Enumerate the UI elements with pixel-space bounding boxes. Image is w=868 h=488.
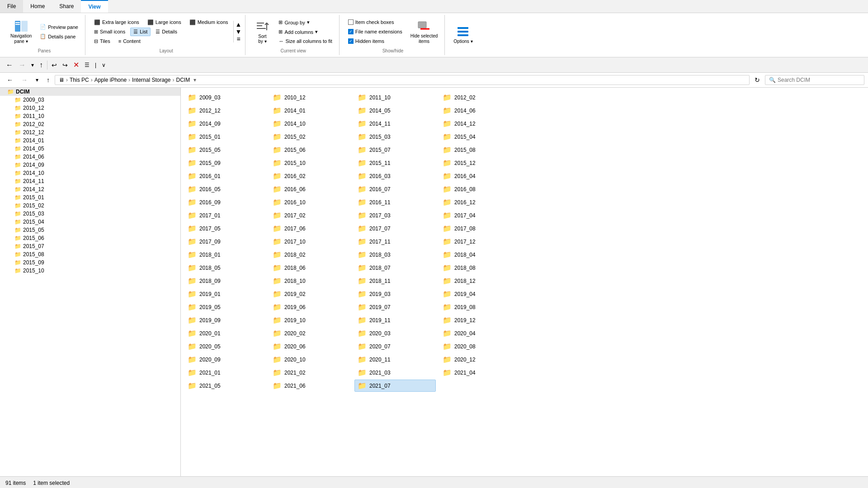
folder-item[interactable]: 📁2015_09	[184, 157, 266, 169]
layout-scroll-up[interactable]: ▲	[236, 21, 242, 28]
folder-item[interactable]: 📁2018_05	[184, 262, 266, 274]
folder-item[interactable]: 📁2019_04	[439, 288, 521, 300]
folder-item[interactable]: 📁2020_08	[439, 340, 521, 352]
folder-item[interactable]: 📁2015_12	[439, 157, 521, 169]
tab-share[interactable]: Share	[52, 0, 81, 13]
folder-item[interactable]: 📁2017_07	[354, 222, 436, 235]
folder-item[interactable]: 📁2014_01	[269, 104, 351, 117]
address-dropdown-btn[interactable]: ▾	[33, 75, 42, 85]
address-back-btn[interactable]: ←	[4, 75, 16, 85]
refresh-btn[interactable]: ↻	[751, 75, 763, 85]
tab-home[interactable]: Home	[23, 0, 52, 13]
folder-item[interactable]: 📁2016_09	[184, 196, 266, 208]
details-pane-btn[interactable]: 📋 Details pane	[37, 32, 81, 41]
group-by-btn[interactable]: ⊞ Group by ▾	[275, 18, 335, 27]
tiles-btn[interactable]: ⊟ Tiles	[91, 37, 113, 46]
breadcrumb-dcim[interactable]: DCIM	[176, 77, 190, 83]
folder-item[interactable]: 📁2015_08	[439, 144, 521, 156]
folder-item[interactable]: 📁2015_10	[269, 157, 351, 169]
folder-item[interactable]: 📁2018_12	[439, 275, 521, 287]
folder-item[interactable]: 📁2018_09	[184, 275, 266, 287]
sidebar-item[interactable]: 📁2015_07	[0, 242, 180, 250]
folder-item[interactable]: 📁2012_12	[184, 104, 266, 117]
folder-item[interactable]: 📁2018_06	[269, 262, 351, 274]
folder-item[interactable]: 📁2021_06	[269, 380, 351, 392]
layout-scroll-down[interactable]: ▼	[236, 28, 242, 35]
folder-item[interactable]: 📁2016_12	[439, 196, 521, 208]
forward-btn[interactable]: →	[16, 60, 28, 70]
folder-item[interactable]: 📁2017_01	[184, 209, 266, 221]
folder-item[interactable]: 📁2014_11	[354, 117, 436, 130]
breadcrumb-thispc[interactable]: This PC	[70, 77, 89, 83]
properties-btn[interactable]: ☰	[82, 61, 92, 70]
folder-item[interactable]: 📁2020_11	[354, 353, 436, 366]
tab-view[interactable]: View	[81, 0, 108, 13]
new-folder-btn[interactable]: |	[93, 61, 99, 70]
folder-item[interactable]: 📁2019_10	[269, 314, 351, 326]
folder-item[interactable]: 📁2016_07	[354, 183, 436, 195]
folder-item[interactable]: 📁2014_10	[269, 117, 351, 130]
folder-item[interactable]: 📁2018_07	[354, 262, 436, 274]
sidebar-item[interactable]: 📁2014_11	[0, 177, 180, 185]
folder-item[interactable]: 📁2015_11	[354, 157, 436, 169]
folder-item[interactable]: 📁2021_01	[184, 366, 266, 379]
folder-item[interactable]: 📁2020_09	[184, 353, 266, 366]
folder-item[interactable]: 📁2020_07	[354, 340, 436, 352]
large-icons-btn[interactable]: ⬛ Large icons	[144, 18, 184, 27]
hide-selected-items-btn[interactable]: Hide selecteditems	[407, 17, 441, 47]
folder-item[interactable]: 📁2015_01	[184, 131, 266, 143]
breadcrumb-expand-btn[interactable]: ▾	[193, 77, 196, 83]
sidebar-item[interactable]: 📁2014_05	[0, 145, 180, 153]
tab-file[interactable]: File	[0, 0, 23, 13]
up-btn[interactable]: ↑	[37, 60, 45, 70]
sidebar-item[interactable]: 📁2015_05	[0, 226, 180, 234]
breadcrumb[interactable]: 🖥 › This PC › Apple iPhone › Internal St…	[55, 75, 750, 85]
folder-item[interactable]: 📁2017_08	[439, 222, 521, 235]
folder-item[interactable]: 📁2017_04	[439, 209, 521, 221]
list-btn[interactable]: ☰ List	[130, 28, 151, 36]
folder-item[interactable]: 📁2019_09	[184, 314, 266, 326]
folder-item[interactable]: 📁2018_08	[439, 262, 521, 274]
breadcrumb-storage[interactable]: Internal Storage	[132, 77, 170, 83]
options-btn[interactable]: Options ▾	[450, 22, 476, 46]
folder-item[interactable]: 📁2019_12	[439, 314, 521, 326]
folder-item[interactable]: 📁2016_08	[439, 183, 521, 195]
folder-item[interactable]: 📁2020_12	[439, 353, 521, 366]
sidebar-item[interactable]: 📁2015_08	[0, 250, 180, 258]
folder-item[interactable]: 📁2020_06	[269, 340, 351, 352]
medium-icons-btn[interactable]: ⬛ Medium icons	[186, 18, 231, 27]
preview-pane-btn[interactable]: 📄 Preview pane	[37, 23, 81, 31]
folder-item[interactable]: 📁2016_10	[269, 196, 351, 208]
details-btn[interactable]: ☰ Details	[152, 28, 180, 36]
folder-item[interactable]: 📁2015_05	[184, 144, 266, 156]
layout-more[interactable]: ≡	[236, 35, 242, 42]
folder-item[interactable]: 📁2019_08	[439, 301, 521, 313]
add-columns-btn[interactable]: ⊞ Add columns ▾	[275, 28, 335, 36]
folder-item[interactable]: 📁2017_05	[184, 222, 266, 235]
folder-item[interactable]: 📁2017_12	[439, 235, 521, 248]
folder-item[interactable]: 📁2016_05	[184, 183, 266, 195]
folder-item[interactable]: 📁2015_03	[354, 131, 436, 143]
folder-item[interactable]: 📁2018_01	[184, 249, 266, 261]
folder-item[interactable]: 📁2021_07	[354, 380, 436, 392]
delete-btn[interactable]: ✕	[71, 59, 81, 70]
folder-item[interactable]: 📁2015_06	[269, 144, 351, 156]
breadcrumb-iphone[interactable]: Apple iPhone	[94, 77, 127, 83]
folder-item[interactable]: 📁2021_05	[184, 380, 266, 392]
sidebar-item[interactable]: 📁2015_06	[0, 234, 180, 242]
folder-item[interactable]: 📁2018_02	[269, 249, 351, 261]
sidebar-item[interactable]: 📁2015_04	[0, 218, 180, 226]
folder-item[interactable]: 📁2019_07	[354, 301, 436, 313]
sidebar-item[interactable]: 📁2015_03	[0, 210, 180, 218]
folder-item[interactable]: 📁2017_11	[354, 235, 436, 248]
folder-item[interactable]: 📁2021_03	[354, 366, 436, 379]
sidebar-item[interactable]: 📁2014_12	[0, 185, 180, 193]
folder-item[interactable]: 📁2010_12	[269, 91, 351, 103]
folder-item[interactable]: 📁2011_10	[354, 91, 436, 103]
sidebar-item[interactable]: 📁2014_01	[0, 136, 180, 145]
undo-btn[interactable]: ↩	[49, 60, 59, 70]
item-check-boxes-toggle[interactable]: Item check boxes	[345, 18, 406, 26]
address-up-btn[interactable]: ↑	[43, 75, 53, 85]
hidden-items-toggle[interactable]: Hidden items	[345, 37, 406, 45]
folder-item[interactable]: 📁2020_05	[184, 340, 266, 352]
